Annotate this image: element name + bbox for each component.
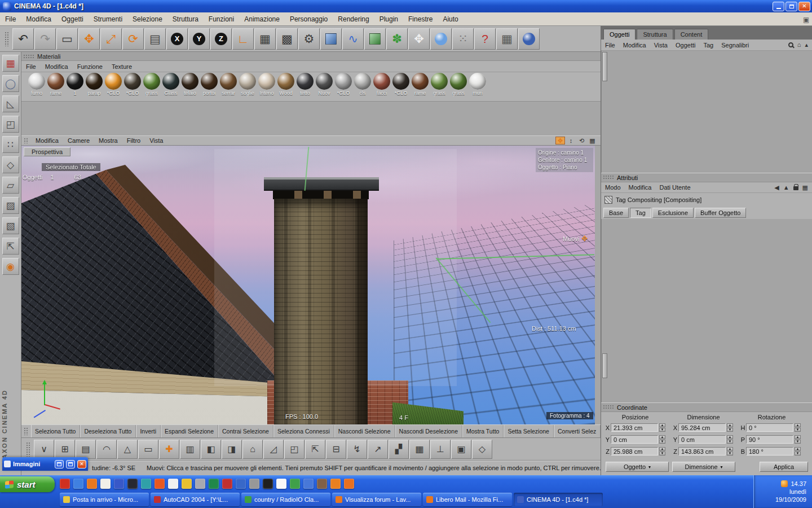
- attribute-tab[interactable]: Base: [603, 208, 629, 218]
- add-spline-icon[interactable]: ∿: [342, 28, 364, 50]
- notification-icon[interactable]: [781, 480, 788, 487]
- panel-grip[interactable]: [603, 175, 614, 180]
- quick-launch-icon[interactable]: [276, 479, 286, 489]
- modeling-tool-icon[interactable]: ▣: [451, 440, 471, 459]
- menu-item[interactable]: Modifica: [21, 14, 56, 25]
- viewport-menu-item[interactable]: Camere: [63, 137, 94, 144]
- material-swatch[interactable]: parap: [85, 73, 104, 96]
- quick-launch-icon[interactable]: [114, 479, 124, 489]
- menu-item[interactable]: Animazione: [239, 14, 285, 25]
- attribute-tab[interactable]: Esclusione: [652, 208, 694, 218]
- material-swatch[interactable]: grass: [142, 73, 161, 96]
- position-field[interactable]: 21.393 cm: [611, 423, 658, 432]
- rotation-field[interactable]: 90 °: [746, 435, 793, 444]
- toolbar-grip[interactable]: [5, 32, 10, 46]
- modeling-tool-icon[interactable]: ✚: [159, 440, 179, 459]
- selection-command-button[interactable]: Seleziona Connessi: [273, 425, 334, 437]
- z-axis-lock-icon[interactable]: Z: [210, 28, 232, 50]
- manager-tab[interactable]: Content: [674, 29, 709, 40]
- render-view-icon[interactable]: ▦: [254, 28, 276, 50]
- modeling-tool-icon[interactable]: ⊟: [326, 440, 346, 459]
- points-mode-icon[interactable]: ∷: [2, 136, 19, 153]
- tree-scrollbar[interactable]: [601, 51, 812, 173]
- modeling-tool-icon[interactable]: ◧: [201, 440, 221, 459]
- spinner[interactable]: ▲▼: [659, 423, 665, 432]
- material-swatch[interactable]: *GLO: [104, 73, 123, 96]
- quick-launch-icon[interactable]: [263, 479, 273, 489]
- modeling-tool-icon[interactable]: ▞: [389, 440, 409, 459]
- object-manager-menu-item[interactable]: Modifica: [619, 41, 650, 50]
- materials-menu-item[interactable]: Modifica: [41, 62, 73, 71]
- material-swatch[interactable]: portoi: [200, 73, 219, 96]
- material-swatch[interactable]: serrar: [219, 73, 238, 96]
- selection-command-button[interactable]: Nascondi Selezione: [334, 425, 395, 437]
- attribute-tab[interactable]: Tag: [630, 208, 651, 218]
- object-manager-menu-item[interactable]: Oggetti: [672, 41, 699, 50]
- move-tool-icon[interactable]: ✥: [78, 28, 100, 50]
- taskbar-clock[interactable]: 14.37 lunedì 19/10/2009: [753, 475, 812, 508]
- spinner[interactable]: ▲▼: [727, 447, 733, 456]
- quick-launch-icon[interactable]: [195, 479, 205, 489]
- spinner[interactable]: ▲▼: [795, 435, 801, 444]
- selection-command-button[interactable]: Inverti: [136, 425, 161, 437]
- modeling-tool-icon[interactable]: ◨: [222, 440, 242, 459]
- panel-grip[interactable]: [603, 405, 614, 410]
- quick-launch-icon[interactable]: [209, 479, 219, 489]
- viewport-menu-item[interactable]: Vista: [145, 137, 167, 144]
- dimensione-dropdown[interactable]: Dimensione▾: [672, 462, 735, 472]
- spinner[interactable]: ▲▼: [727, 435, 733, 444]
- close-button[interactable]: ✕: [77, 460, 86, 468]
- menu-item[interactable]: Funzioni: [204, 14, 239, 25]
- viewport-canvas[interactable]: Prospettiva Selezionato Totale Oggetti 1…: [21, 146, 595, 424]
- quick-launch-icon[interactable]: [168, 479, 178, 489]
- menu-item[interactable]: File: [0, 14, 21, 25]
- render-region-icon[interactable]: ▩: [276, 28, 298, 50]
- home-icon[interactable]: ⌂: [797, 42, 801, 48]
- object-manager-menu-item[interactable]: File: [601, 41, 619, 50]
- quick-launch-icon[interactable]: [303, 479, 314, 489]
- material-swatch[interactable]: tetto: [295, 73, 315, 96]
- attributes-menu-item[interactable]: Modo: [601, 183, 625, 192]
- pan-view-icon[interactable]: ✥: [555, 137, 565, 144]
- material-swatch[interactable]: Nuov: [315, 73, 334, 96]
- quick-launch-icon[interactable]: [73, 479, 83, 489]
- selection-command-button[interactable]: Converti Selez: [554, 425, 601, 437]
- panel-menu-icon[interactable]: ▦: [802, 185, 808, 191]
- restore-button[interactable]: [55, 460, 64, 468]
- modeling-tool-icon[interactable]: ◿: [263, 440, 284, 459]
- scrollbar-thumb[interactable]: [602, 52, 607, 81]
- start-button[interactable]: start: [0, 476, 55, 492]
- attributes-menu-item[interactable]: Modifica: [625, 183, 656, 192]
- minimize-button[interactable]: [773, 2, 784, 11]
- size-field[interactable]: 0 cm: [678, 435, 726, 444]
- quick-launch-icon[interactable]: [155, 479, 165, 489]
- toolbar-grip[interactable]: [26, 442, 31, 457]
- quick-launch-icon[interactable]: [87, 479, 97, 489]
- maximize-button[interactable]: [785, 2, 797, 11]
- material-swatch[interactable]: facci: [372, 73, 391, 96]
- coordinate-system-icon[interactable]: ∟: [232, 28, 254, 50]
- menu-item[interactable]: Finestre: [403, 14, 438, 25]
- close-button[interactable]: ✕: [798, 2, 810, 11]
- material-swatch[interactable]: Glass: [161, 73, 180, 96]
- material-swatch[interactable]: cls: [353, 73, 372, 96]
- rotate-view-icon[interactable]: ⟲: [577, 137, 586, 144]
- xpresso-icon[interactable]: ▦: [496, 28, 518, 50]
- undo-icon[interactable]: ↶: [12, 28, 34, 50]
- last-tool-icon[interactable]: ▤: [144, 28, 166, 50]
- chevron-up-icon[interactable]: ▴: [805, 42, 808, 48]
- x-axis-lock-icon[interactable]: X: [166, 28, 188, 50]
- menu-item[interactable]: Oggetti: [56, 14, 89, 25]
- quick-launch-icon[interactable]: [100, 479, 111, 489]
- material-swatch[interactable]: *GLO: [334, 73, 353, 96]
- taskbar-window-button[interactable]: Libero Mail - Mozilla Fi...: [423, 493, 512, 506]
- texture-axis-mode-icon[interactable]: ▧: [2, 217, 19, 234]
- quick-launch-icon[interactable]: [344, 479, 354, 489]
- material-swatch[interactable]: rame: [46, 73, 65, 96]
- material-swatch[interactable]: Interio: [257, 73, 276, 96]
- modeling-tool-icon[interactable]: ▥: [180, 440, 200, 459]
- quick-launch-icon[interactable]: [330, 479, 341, 489]
- material-swatch[interactable]: grass: [449, 73, 468, 96]
- size-field[interactable]: 143.863 cm: [678, 447, 726, 456]
- modeling-tool-icon[interactable]: ↗: [368, 440, 388, 459]
